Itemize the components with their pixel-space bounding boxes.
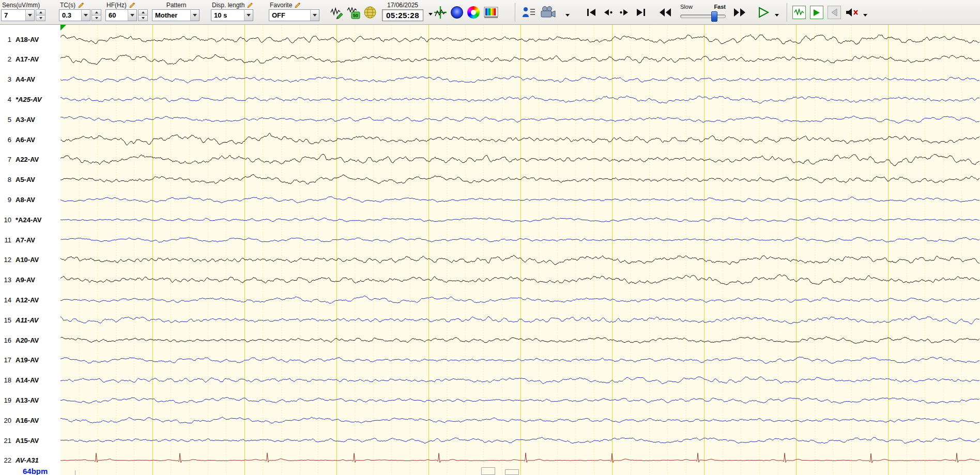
fast-forward-button[interactable] [733, 3, 746, 22]
channel-number: 16 [0, 336, 11, 344]
sens-combo[interactable]: 7 [1, 9, 35, 21]
channel-number: 10 [0, 216, 11, 224]
favorite-combo[interactable]: OFF [269, 9, 319, 21]
tc-control-group: TC(s) 0.3 [59, 1, 101, 21]
play-monitor-button[interactable] [810, 6, 823, 19]
pattern-value: Mother [152, 10, 190, 21]
channel-row[interactable]: 13 A9-AV [0, 275, 60, 285]
channel-row[interactable]: 8 A5-AV [0, 175, 60, 185]
goto-start-button[interactable] [583, 3, 600, 22]
channel-label: A3-AV [16, 116, 35, 124]
edit-pencil-icon [295, 2, 301, 8]
channel-row[interactable]: 17 A19-AV [0, 356, 60, 365]
speed-slider-track[interactable] [680, 14, 726, 18]
channel-number: 7 [0, 156, 11, 163]
patient-info-button[interactable] [519, 3, 538, 22]
channel-label: A13-AV [16, 396, 39, 404]
channel-row[interactable]: 9 A8-AV [0, 195, 60, 204]
add-trend-button[interactable] [432, 3, 449, 22]
channel-number: 18 [0, 376, 11, 384]
monitor-controls [787, 3, 869, 22]
electrode-map-button[interactable] [362, 3, 378, 22]
chevron-down-icon[interactable] [190, 10, 199, 21]
tc-spinner[interactable] [91, 9, 101, 21]
hf-spin-down[interactable] [138, 16, 148, 21]
chevron-down-icon[interactable] [244, 10, 253, 21]
channel-row[interactable]: 14 A12-AV [0, 295, 60, 304]
prev-event-button[interactable] [828, 6, 841, 19]
rewind-button[interactable] [659, 3, 672, 22]
channel-row[interactable]: 11 A7-AV [0, 235, 60, 244]
speed-slider[interactable]: Slow Fast [679, 3, 727, 22]
chevron-down-icon[interactable] [25, 10, 34, 21]
chevron-down-icon[interactable] [310, 10, 319, 21]
channel-row[interactable]: 20 A16-AV [0, 416, 60, 425]
channel-row[interactable]: 4 *A25-AV [0, 95, 60, 104]
hf-combo[interactable]: 60 [105, 9, 137, 21]
channel-row[interactable]: 21 A15-AV [0, 436, 60, 445]
channel-row[interactable]: 5 A3-AV [0, 115, 60, 124]
video-button[interactable] [538, 3, 558, 22]
channel-number: 8 [0, 176, 11, 183]
tc-combo[interactable]: 0.3 [59, 9, 90, 21]
pattern-combo[interactable]: Mother [152, 9, 200, 21]
tc-spin-up[interactable] [91, 9, 101, 16]
annotate-wave-button[interactable] [329, 3, 345, 22]
topography-icon [451, 6, 463, 19]
wave-monitor-button[interactable] [792, 6, 806, 19]
channel-label: A16-AV [16, 417, 39, 424]
channel-row[interactable]: 12 A10-AV [0, 255, 60, 265]
sens-spinner[interactable] [36, 9, 45, 21]
channel-row[interactable]: 19 A13-AV [0, 395, 60, 405]
slow-label: Slow [680, 4, 693, 10]
hf-spin-up[interactable] [138, 9, 148, 16]
color-scale-button[interactable] [465, 3, 482, 22]
channel-row[interactable]: 16 A20-AV [0, 335, 60, 345]
edit-pencil-icon [78, 2, 84, 8]
goto-start-icon [586, 8, 596, 17]
patient-info-icon [522, 6, 536, 19]
video-options-caret[interactable] [564, 5, 571, 20]
channel-number: 2 [0, 55, 11, 63]
sens-spin-down[interactable] [36, 16, 45, 21]
sens-spin-up[interactable] [36, 9, 45, 16]
sens-control-group: Sens(uV/mm) 7 [1, 1, 45, 21]
channel-row[interactable]: 15 A11-AV [0, 315, 60, 325]
wave-monitor-icon [794, 8, 804, 17]
channel-row[interactable]: 6 A6-AV [0, 135, 60, 144]
channel-row[interactable]: 22 AV-A31 [0, 456, 60, 465]
topography-button[interactable] [449, 3, 465, 22]
view-icons [432, 3, 500, 22]
hf-spinner[interactable] [138, 9, 148, 21]
channel-number: 3 [0, 75, 11, 83]
channel-row[interactable]: 1 A18-AV [0, 35, 60, 44]
pattern-control-group: Pattern Mother [152, 1, 200, 21]
channel-number: 9 [0, 196, 11, 204]
channel-row[interactable]: 18 A14-AV [0, 376, 60, 385]
play-options-caret[interactable] [773, 5, 780, 20]
channel-number: 4 [0, 96, 11, 103]
eeg-trace-area[interactable] [60, 25, 980, 475]
channel-row[interactable]: 7 A22-AV [0, 155, 60, 164]
goto-end-button[interactable] [633, 3, 649, 22]
chevron-down-icon[interactable] [81, 10, 90, 21]
next-page-button[interactable] [616, 3, 633, 22]
speed-slider-thumb[interactable] [711, 11, 717, 22]
channel-row[interactable]: 3 A4-AV [0, 75, 60, 84]
favorite-control-group: Favorite OFF [269, 1, 319, 21]
notch-filter-button[interactable]: 50 [345, 3, 362, 22]
channel-row[interactable]: 10 *A24-AV [0, 215, 60, 224]
play-button[interactable] [756, 3, 771, 22]
play-icon [757, 7, 770, 18]
disp-length-combo[interactable]: 10 s [211, 9, 253, 21]
tc-spin-down[interactable] [91, 16, 101, 21]
chevron-down-icon[interactable] [128, 10, 136, 21]
channel-number: 13 [0, 276, 11, 284]
mute-button[interactable] [844, 3, 860, 22]
notch-50hz-icon: 50 [347, 6, 360, 19]
toolbar: Sens(uV/mm) 7 TC(s) [0, 0, 980, 25]
channel-row[interactable]: 2 A17-AV [0, 55, 60, 64]
prev-page-button[interactable] [600, 3, 616, 22]
montage-colors-button[interactable] [482, 3, 500, 22]
sound-options-caret[interactable] [862, 5, 869, 20]
